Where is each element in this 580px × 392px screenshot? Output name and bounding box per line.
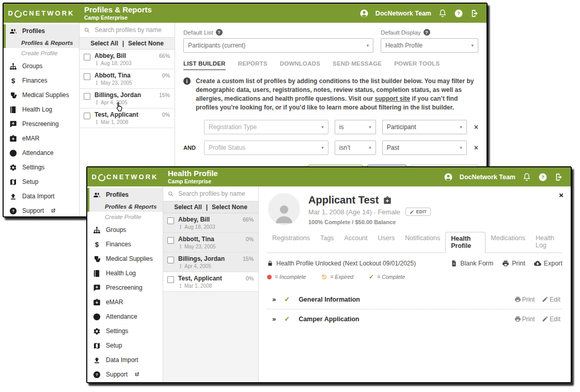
sidebar-item-settings[interactable]: Settings xyxy=(87,324,163,338)
profile-name: Test, Applicant xyxy=(178,275,222,282)
sidebar-item-create-profile[interactable]: Create Profile xyxy=(87,212,163,222)
sidebar-item-finances[interactable]: $ Finances xyxy=(87,238,163,251)
profile-checkbox[interactable] xyxy=(167,217,174,224)
expand-chevrons-icon[interactable]: » xyxy=(272,295,275,303)
tab-health-log[interactable]: Health Log xyxy=(530,232,562,253)
default-display-select[interactable]: Health Profile▾ xyxy=(381,38,478,53)
profile-row[interactable]: Abbey, Bill66% Aug 18, 2003 xyxy=(80,50,175,69)
sidebar-item-groups[interactable]: Groups xyxy=(4,59,79,73)
section-edit-button[interactable]: Edit xyxy=(542,296,560,303)
condition-operator-select[interactable]: isn’t▾ xyxy=(335,140,376,155)
profile-row[interactable]: Abbey, Bill66% Aug 18, 2003 xyxy=(163,213,258,233)
section-title[interactable]: Camper Application xyxy=(299,316,359,323)
remove-condition-icon[interactable]: × xyxy=(474,144,478,152)
section-title[interactable]: General Information xyxy=(299,296,360,303)
export-button[interactable]: Export xyxy=(534,260,562,267)
user-name[interactable]: DocNetwork Team xyxy=(460,174,515,181)
sidebar-item-profiles-reports[interactable]: Profiles & Reports xyxy=(4,38,79,48)
sidebar-item-health-log[interactable]: Health Log xyxy=(87,266,163,280)
section-print-button[interactable]: Print xyxy=(514,296,535,303)
tab-reports[interactable]: REPORTS xyxy=(238,60,268,70)
select-all-link[interactable]: Select All xyxy=(90,40,118,47)
default-list-select[interactable]: Participants (current)▾ xyxy=(183,38,373,53)
tab-medications[interactable]: Medications xyxy=(485,232,530,253)
condition-value-select[interactable]: Past▾ xyxy=(382,140,467,155)
user-name[interactable]: DocNetwork Team xyxy=(375,10,431,17)
sidebar-item-profiles-reports[interactable]: Profiles & Reports xyxy=(87,201,163,212)
sidebar-item-setup[interactable]: Setup xyxy=(4,175,79,189)
print-button[interactable]: Print xyxy=(502,260,525,267)
sidebar-item-data-import[interactable]: Data Import xyxy=(4,190,79,203)
help-badge-icon[interactable]: ? xyxy=(216,29,223,36)
expand-chevrons-icon[interactable]: » xyxy=(272,315,275,323)
select-none-link[interactable]: Select None xyxy=(212,203,247,211)
tab-health-profile[interactable]: Health Profile xyxy=(445,232,485,253)
condition-field-select[interactable]: Registration Type▾ xyxy=(204,120,328,134)
profile-checkbox[interactable] xyxy=(167,276,174,283)
sidebar-item-emar[interactable]: eMAR xyxy=(87,295,163,309)
profile-row[interactable]: Billings, Jordan15% Apr 4, 2005 xyxy=(80,89,175,108)
sidebar-item-prescreening[interactable]: Prescreening xyxy=(4,117,79,131)
sidebar-item-prescreening[interactable]: Prescreening xyxy=(87,281,163,294)
tab-list-builder[interactable]: LIST BUILDER xyxy=(183,60,226,70)
sidebar-item-setup[interactable]: Setup xyxy=(87,339,163,352)
sidebar-item-emar[interactable]: eMAR xyxy=(4,132,79,145)
section-print-button[interactable]: Print xyxy=(514,316,535,323)
tab-users[interactable]: Users xyxy=(373,232,400,253)
search-input[interactable] xyxy=(93,26,170,34)
edit-profile-button[interactable]: EDIT xyxy=(405,208,431,216)
close-icon[interactable]: × xyxy=(559,191,563,199)
sidebar-item-attendance[interactable]: Attendance xyxy=(4,146,79,160)
profile-checkbox[interactable] xyxy=(167,257,174,263)
sidebar-item-medical-supplies[interactable]: Medical Supplies xyxy=(4,88,79,102)
select-none-link[interactable]: Select None xyxy=(128,40,164,47)
sidebar-item-medical-supplies[interactable]: Medical Supplies xyxy=(87,252,163,265)
tab-send-message[interactable]: SEND MESSAGE xyxy=(333,60,382,70)
sidebar-item-groups[interactable]: Groups xyxy=(87,223,163,237)
sidebar-item-finances[interactable]: $ Finances xyxy=(4,74,79,87)
tab-downloads[interactable]: DOWNLOADS xyxy=(280,60,320,70)
profile-row[interactable]: Abbott, Tina0% May 23, 2005 xyxy=(163,233,258,253)
sidebar-item-profiles[interactable]: Profiles xyxy=(87,188,163,201)
select-all-link[interactable]: Select All xyxy=(174,203,202,211)
sidebar-item-settings[interactable]: Settings xyxy=(4,161,79,174)
logout-icon[interactable] xyxy=(470,9,479,18)
profile-row[interactable]: Test, Applicant0% Mar 1, 2008 xyxy=(80,108,175,128)
section-edit-button[interactable]: Edit xyxy=(542,316,560,323)
sidebar-item-create-profile[interactable]: Create Profile xyxy=(4,48,79,58)
help-icon[interactable]: ? xyxy=(538,173,547,182)
condition-value-select[interactable]: Participant▾ xyxy=(382,120,467,134)
tab-tags[interactable]: Tags xyxy=(315,232,339,253)
search-input[interactable] xyxy=(177,190,254,198)
logout-icon[interactable] xyxy=(554,173,563,182)
profile-row[interactable]: Billings, Jordan15% Apr 4, 2005 xyxy=(163,253,258,272)
tab-notifications[interactable]: Notifications xyxy=(400,232,445,253)
profile-checkbox[interactable] xyxy=(167,237,174,244)
condition-field-select[interactable]: Profile Status▾ xyxy=(204,140,328,155)
tab-power-tools[interactable]: POWER TOOLS xyxy=(394,60,440,70)
profile-checkbox[interactable] xyxy=(84,54,90,60)
sidebar-item-attendance[interactable]: Attendance xyxy=(87,310,163,323)
profile-row[interactable]: Test, Applicant0% Mar 1, 2008 xyxy=(163,272,258,292)
sidebar-item-health-log[interactable]: Health Log xyxy=(4,103,79,116)
tab-account[interactable]: Account xyxy=(339,232,372,253)
condition-operator-select[interactable]: is▾ xyxy=(335,120,376,134)
support-site-link[interactable]: support site xyxy=(375,95,411,102)
help-badge-icon[interactable]: ? xyxy=(424,29,430,36)
bell-icon[interactable] xyxy=(522,173,531,182)
blank-form-button[interactable]: Blank Form xyxy=(450,260,493,267)
profile-checkbox[interactable] xyxy=(84,93,90,100)
profile-row[interactable]: Abbott, Tina0% May 23, 2005 xyxy=(80,69,175,89)
med-bag-icon[interactable] xyxy=(383,196,392,205)
profile-checkbox[interactable] xyxy=(84,113,90,119)
profile-checkbox[interactable] xyxy=(84,73,90,80)
sidebar-item-data-import[interactable]: Data Import xyxy=(87,353,163,367)
help-icon[interactable]: ? xyxy=(454,9,463,18)
remove-condition-icon[interactable]: × xyxy=(474,123,478,131)
sidebar-item-support[interactable]: ? Support xyxy=(4,204,79,217)
sidebar-subitem-label: Create Profile xyxy=(21,50,57,56)
tab-registrations[interactable]: Registrations xyxy=(267,232,315,253)
sidebar-item-profiles[interactable]: Profiles xyxy=(4,24,79,38)
sidebar-item-support[interactable]: ? Support xyxy=(87,368,163,381)
bell-icon[interactable] xyxy=(438,9,447,18)
